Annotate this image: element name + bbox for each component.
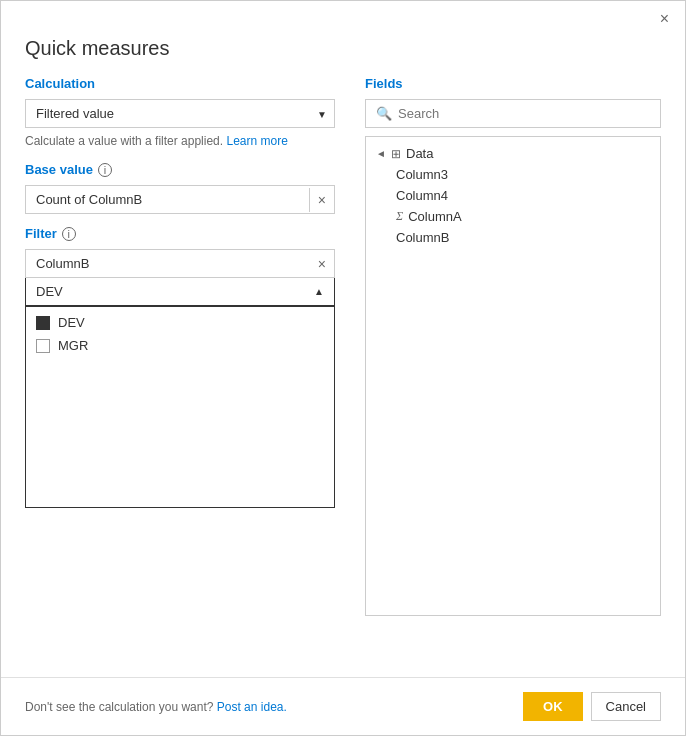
filter-item-dev[interactable]: DEV xyxy=(26,311,334,334)
tree-item-column4[interactable]: Column4 xyxy=(366,185,660,206)
base-value-row: Base value i xyxy=(25,162,335,177)
right-panel: Fields 🔍 ◄ ⊞ Data Column3 Column4 Σ Colu… xyxy=(365,76,661,616)
tree-expand-icon: ◄ xyxy=(376,148,386,159)
footer: Don't see the calculation you want? Post… xyxy=(1,677,685,735)
filter-row: Filter i xyxy=(25,226,335,241)
filter-clear-button[interactable]: × xyxy=(310,252,334,276)
filter-item-mgr-checkbox xyxy=(36,339,50,353)
base-value-clear-button[interactable]: × xyxy=(309,188,334,212)
tree-item-column3[interactable]: Column3 xyxy=(366,164,660,185)
help-text: Calculate a value with a filter applied.… xyxy=(25,134,335,148)
tree-item-columnB[interactable]: ColumnB xyxy=(366,227,660,248)
dialog-title: Quick measures xyxy=(1,37,685,76)
calculation-dropdown[interactable]: Filtered value xyxy=(25,99,335,128)
search-icon: 🔍 xyxy=(376,106,392,121)
filter-input-row: × xyxy=(25,249,335,278)
filter-item-mgr[interactable]: MGR xyxy=(26,334,334,357)
fields-label: Fields xyxy=(365,76,661,91)
filter-section: × DEV ▲ DEV MGR xyxy=(25,249,335,508)
tree-item-columnB-label: ColumnB xyxy=(396,230,449,245)
main-content: Calculation Filtered value ▼ Calculate a… xyxy=(1,76,685,616)
calculation-dropdown-wrapper: Filtered value ▼ xyxy=(25,99,335,128)
tree-root-data[interactable]: ◄ ⊞ Data xyxy=(366,143,660,164)
filter-item-dev-label: DEV xyxy=(58,315,85,330)
filter-item-dev-checkbox xyxy=(36,316,50,330)
footer-text: Don't see the calculation you want? Post… xyxy=(25,700,287,714)
base-value-select-wrapper: Count of ColumnB × xyxy=(25,185,335,214)
filter-label: Filter xyxy=(25,226,57,241)
tree-item-columnA[interactable]: Σ ColumnA xyxy=(366,206,660,227)
search-box: 🔍 xyxy=(365,99,661,128)
learn-more-link[interactable]: Learn more xyxy=(226,134,287,148)
left-panel: Calculation Filtered value ▼ Calculate a… xyxy=(25,76,335,616)
sigma-icon: Σ xyxy=(396,209,403,224)
tree-root-label: Data xyxy=(406,146,433,161)
base-value-select[interactable]: Count of ColumnB xyxy=(26,186,309,213)
title-bar: × xyxy=(1,1,685,37)
filter-input[interactable] xyxy=(26,250,310,277)
cancel-button[interactable]: Cancel xyxy=(591,692,661,721)
tree-item-column4-label: Column4 xyxy=(396,188,448,203)
filter-dropdown-header[interactable]: DEV ▲ xyxy=(26,278,334,307)
calculation-label: Calculation xyxy=(25,76,335,91)
filter-dropdown: DEV ▲ DEV MGR xyxy=(25,278,335,508)
filter-items-list: DEV MGR xyxy=(26,307,334,507)
filter-chevron-icon: ▲ xyxy=(314,286,324,297)
filter-info-icon: i xyxy=(62,227,76,241)
base-value-label: Base value xyxy=(25,162,93,177)
tree-item-columnA-label: ColumnA xyxy=(408,209,461,224)
search-input[interactable] xyxy=(398,106,650,121)
close-button[interactable]: × xyxy=(656,9,673,29)
tree-item-column3-label: Column3 xyxy=(396,167,448,182)
filter-selected-value: DEV xyxy=(36,284,63,299)
footer-buttons: OK Cancel xyxy=(523,692,661,721)
ok-button[interactable]: OK xyxy=(523,692,583,721)
table-icon: ⊞ xyxy=(391,147,401,161)
filter-item-mgr-label: MGR xyxy=(58,338,88,353)
base-value-info-icon: i xyxy=(98,163,112,177)
fields-tree: ◄ ⊞ Data Column3 Column4 Σ ColumnA Colum… xyxy=(365,136,661,616)
post-idea-link[interactable]: Post an idea. xyxy=(217,700,287,714)
